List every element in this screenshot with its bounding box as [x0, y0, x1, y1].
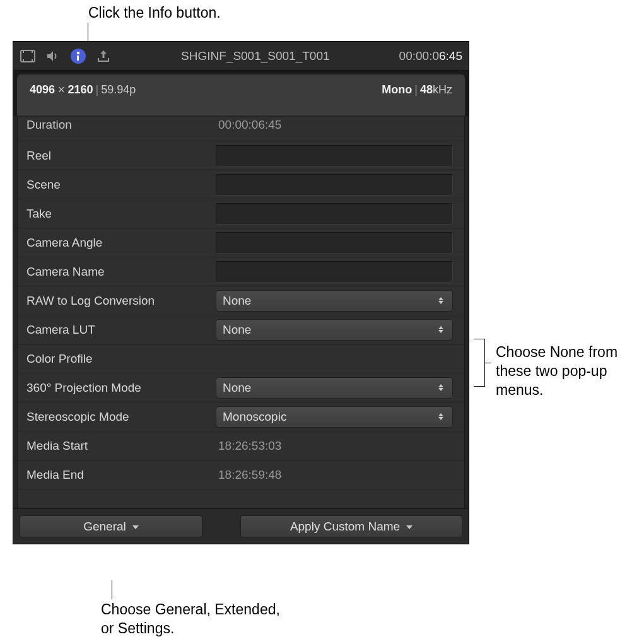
- row-projection-mode: 360° Projection Mode None: [18, 373, 464, 402]
- row-camera-name: Camera Name: [18, 257, 464, 286]
- svg-rect-3: [32, 51, 33, 53]
- inspector-bottom-bar: General Apply Custom Name: [13, 508, 469, 544]
- label-camera-name: Camera Name: [26, 265, 216, 279]
- label-color-profile: Color Profile: [26, 352, 216, 366]
- svg-rect-1: [23, 51, 24, 53]
- label-scene: Scene: [26, 178, 216, 192]
- clip-name: SHGINF_S001_S001_T001: [112, 49, 399, 63]
- row-color-profile: Color Profile: [18, 344, 464, 373]
- row-duration: Duration 00:00:06:45: [18, 116, 464, 141]
- label-camera-lut: Camera LUT: [26, 323, 216, 337]
- row-take: Take: [18, 199, 464, 228]
- toolbar-icons: [20, 48, 112, 64]
- label-raw-to-log: RAW to Log Conversion: [26, 294, 216, 308]
- metadata-view-popup[interactable]: General: [20, 515, 202, 538]
- svg-point-5: [77, 51, 79, 54]
- svg-rect-2: [23, 59, 24, 61]
- updown-icon: [436, 291, 446, 311]
- chevron-down-icon: [132, 525, 139, 529]
- annotation-bracket: [474, 339, 485, 387]
- annotation-info-button: Click the Info button.: [88, 4, 221, 23]
- updown-icon: [436, 407, 446, 427]
- label-stereoscopic: Stereoscopic Mode: [26, 410, 216, 424]
- annotation-popup-menus: Choose None from these two pop-up menus.: [496, 343, 635, 400]
- share-tab-icon[interactable]: [95, 48, 112, 64]
- value-media-end: 18:26:59:48: [216, 464, 453, 486]
- value-media-start: 18:26:53:03: [216, 435, 453, 457]
- input-reel[interactable]: [216, 145, 453, 167]
- label-camera-angle: Camera Angle: [26, 236, 216, 250]
- label-media-end: Media End: [26, 468, 216, 482]
- audio-tab-icon[interactable]: [45, 48, 61, 64]
- value-duration: 00:00:06:45: [216, 114, 453, 136]
- annotation-view-select: Choose General, Extended, or Settings.: [101, 600, 290, 638]
- row-raw-to-log: RAW to Log Conversion None: [18, 286, 464, 315]
- row-media-start: Media Start 18:26:53:03: [18, 431, 464, 460]
- input-take[interactable]: [216, 203, 453, 225]
- value-color-profile: [216, 348, 453, 370]
- inspector-panel: SHGINF_S001_S001_T001 00:00:06:45 4096 ×…: [13, 41, 469, 544]
- audio-format: Mono|48kHz: [382, 83, 452, 97]
- info-tab-button[interactable]: [70, 48, 86, 64]
- label-take: Take: [26, 207, 216, 221]
- row-camera-lut: Camera LUT None: [18, 315, 464, 344]
- info-icon: [71, 49, 86, 64]
- apply-custom-name-popup[interactable]: Apply Custom Name: [240, 515, 462, 538]
- row-camera-angle: Camera Angle: [18, 228, 464, 257]
- label-reel: Reel: [26, 149, 216, 163]
- input-scene[interactable]: [216, 174, 453, 196]
- svg-rect-4: [32, 59, 33, 61]
- row-media-end: Media End 18:26:59:48: [18, 460, 464, 489]
- chevron-down-icon: [406, 525, 413, 529]
- annotation-line: [112, 580, 112, 599]
- row-reel: Reel: [18, 141, 464, 170]
- row-cutoff: [18, 489, 464, 508]
- input-camera-name[interactable]: [216, 261, 453, 283]
- row-stereoscopic: Stereoscopic Mode Monoscopic: [18, 402, 464, 431]
- popup-projection-mode[interactable]: None: [216, 377, 453, 399]
- popup-camera-lut[interactable]: None: [216, 319, 453, 341]
- format-summary-bar: 4096 × 2160|59.94p Mono|48kHz: [17, 74, 465, 116]
- annotation-line: [485, 363, 491, 363]
- popup-stereoscopic[interactable]: Monoscopic: [216, 406, 453, 428]
- clip-timecode: 00:00:06:45: [399, 49, 462, 63]
- row-scene: Scene: [18, 170, 464, 199]
- label-media-start: Media Start: [26, 439, 216, 453]
- updown-icon: [436, 378, 446, 398]
- popup-raw-to-log[interactable]: None: [216, 290, 453, 312]
- input-camera-angle[interactable]: [216, 232, 453, 254]
- updown-icon: [436, 320, 446, 340]
- label-projection-mode: 360° Projection Mode: [26, 381, 216, 395]
- video-format: 4096 × 2160|59.94p: [30, 83, 136, 97]
- label-duration: Duration: [26, 118, 216, 132]
- video-tab-icon[interactable]: [20, 48, 36, 64]
- metadata-fields: Duration 00:00:06:45 Reel Scene Take Cam…: [17, 116, 465, 508]
- inspector-toolbar: SHGINF_S001_S001_T001 00:00:06:45: [13, 42, 469, 71]
